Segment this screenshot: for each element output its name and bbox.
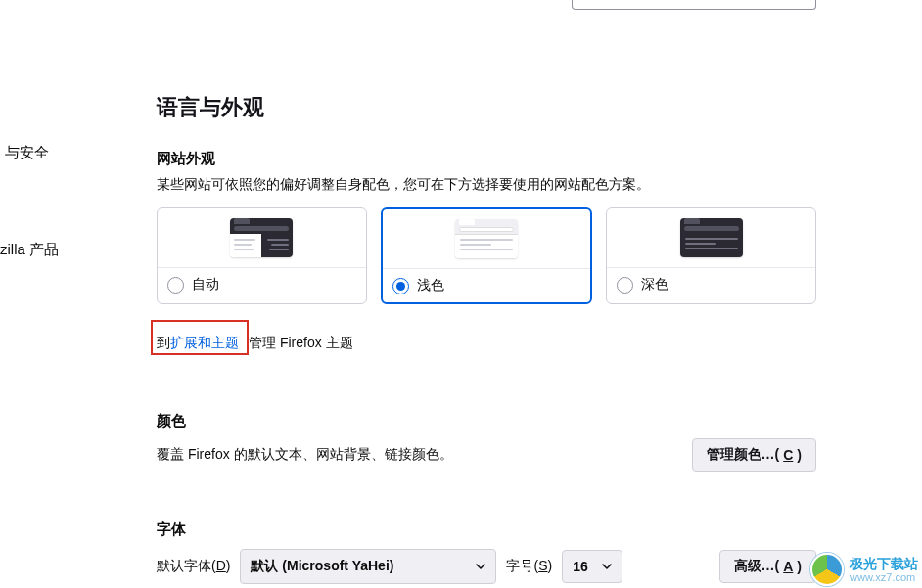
theme-option-auto[interactable]: 自动 bbox=[157, 207, 367, 304]
lbl-pre: 默认字体( bbox=[157, 558, 216, 573]
sidebar: 与安全 zilla 产品 bbox=[0, 0, 49, 588]
theme-preview-auto bbox=[158, 208, 366, 267]
lbl-post: ) bbox=[226, 558, 231, 573]
browser-preview-icon bbox=[230, 218, 293, 257]
sidebar-item-search[interactable] bbox=[0, 96, 49, 113]
theme-preview-light bbox=[383, 209, 591, 268]
theme-option-dark[interactable]: 深色 bbox=[606, 207, 816, 304]
font-advanced-button[interactable]: 高级…(A) bbox=[719, 550, 816, 583]
theme-option-light[interactable]: 浅色 bbox=[381, 207, 593, 304]
fonts-heading: 字体 bbox=[157, 520, 816, 539]
appearance-desc: 某些网站可依照您的偏好调整自身配色，您可在下方选择要使用的网站配色方案。 bbox=[157, 176, 816, 194]
browser-preview-icon bbox=[680, 218, 743, 257]
btn-accel: A bbox=[783, 559, 793, 574]
sidebar-item-general[interactable] bbox=[0, 18, 49, 35]
extensions-line: 到扩展和主题管理 Firefox 主题 bbox=[157, 320, 816, 355]
browser-preview-icon bbox=[455, 219, 518, 258]
manage-colors-button[interactable]: 管理颜色…(C) bbox=[692, 438, 816, 472]
sidebar-item-home[interactable] bbox=[0, 57, 49, 74]
extensions-themes-link[interactable]: 扩展和主题 bbox=[170, 335, 239, 350]
theme-dark-radio-row: 深色 bbox=[607, 267, 815, 301]
appearance-heading: 网站外观 bbox=[157, 150, 816, 168]
theme-light-radio-row: 浅色 bbox=[383, 268, 591, 302]
btn-text: 管理颜色…( bbox=[707, 446, 780, 464]
theme-auto-radio-row: 自动 bbox=[158, 267, 366, 301]
radio-icon[interactable] bbox=[617, 277, 633, 294]
default-font-select[interactable]: 默认 (Microsoft YaHei) bbox=[240, 549, 496, 584]
ext-suffix: 管理 Firefox 主题 bbox=[249, 335, 353, 350]
font-size-select[interactable]: 16 bbox=[562, 550, 622, 583]
btn-text-end: ) bbox=[797, 559, 802, 574]
btn-text: 高级…( bbox=[734, 558, 780, 575]
theme-options: 自动 浅色 bbox=[157, 207, 816, 304]
sidebar-item-privacy[interactable]: 与安全 bbox=[0, 135, 49, 171]
highlight-box: 到扩展和主题 bbox=[151, 320, 249, 355]
theme-dark-label: 深色 bbox=[641, 276, 668, 294]
colors-heading: 颜色 bbox=[157, 412, 816, 430]
main-content: 语言与外观 网站外观 某些网站可依照您的偏好调整自身配色，您可在下方选择要使用的… bbox=[157, 0, 922, 584]
lbl-post: ) bbox=[547, 558, 552, 573]
size-value: 16 bbox=[573, 559, 588, 574]
font-controls: 默认字体(D) 默认 (Microsoft YaHei) 字号(S) 16 高级… bbox=[157, 549, 816, 584]
ext-prefix: 到 bbox=[157, 335, 170, 350]
sidebar-item-sync[interactable] bbox=[0, 193, 49, 210]
lbl-key: D bbox=[216, 558, 226, 573]
section-title: 语言与外观 bbox=[157, 93, 816, 122]
sidebar-item-mozilla[interactable]: zilla 产品 bbox=[0, 232, 49, 268]
theme-preview-dark bbox=[607, 208, 815, 267]
font-size-label: 字号(S) bbox=[506, 558, 552, 575]
theme-auto-label: 自动 bbox=[192, 276, 219, 294]
radio-icon[interactable] bbox=[167, 277, 184, 294]
theme-light-label: 浅色 bbox=[417, 277, 444, 294]
btn-text-end: ) bbox=[797, 447, 802, 463]
chevron-down-icon bbox=[602, 562, 612, 571]
default-font-label: 默认字体(D) bbox=[157, 558, 230, 575]
search-input-fragment[interactable] bbox=[572, 0, 816, 10]
chevron-down-icon bbox=[476, 562, 485, 571]
radio-icon[interactable] bbox=[392, 278, 409, 294]
colors-desc: 覆盖 Firefox 的默认文本、网站背景、链接颜色。 bbox=[157, 446, 453, 464]
btn-accel: C bbox=[783, 447, 793, 463]
lbl-pre: 字号( bbox=[506, 558, 538, 573]
font-value: 默认 (Microsoft YaHei) bbox=[251, 558, 393, 575]
